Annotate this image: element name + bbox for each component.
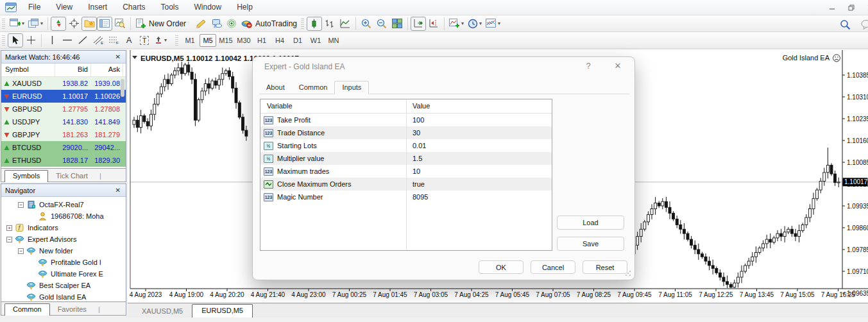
toolbar-grip[interactable] [2, 35, 5, 46]
reset-button[interactable]: Reset [583, 260, 627, 274]
navigator-toggle-button[interactable] [81, 17, 97, 31]
market-watch-scrollbar[interactable] [121, 79, 124, 97]
data-window-button[interactable] [66, 17, 81, 31]
toolbar-grip[interactable] [2, 19, 5, 29]
navigator-item-gold-island-ea[interactable]: Gold Island EA [1, 291, 126, 301]
menu-item-insert[interactable]: Insert [80, 0, 115, 15]
timeframe-button-h1[interactable]: H1 [253, 34, 270, 47]
navigator-item-19686708-moha[interactable]: 19686708: Moha [1, 210, 126, 222]
timeframe-button-m5[interactable]: M5 [200, 34, 216, 47]
strategy-tester-button[interactable] [112, 17, 128, 31]
market-watch-close-icon[interactable]: ✕ [114, 53, 122, 60]
timeframe-button-m1[interactable]: M1 [182, 34, 198, 47]
zoom-in-button[interactable] [359, 17, 374, 31]
market-watch-row-xauusd[interactable]: XAUUSD1938.821939.08 [1, 77, 126, 90]
menu-item-tools[interactable]: Tools [153, 0, 187, 15]
timeframe-button-mn[interactable]: MN [325, 34, 342, 47]
signals-button[interactable] [224, 17, 239, 31]
text-label-tool-button[interactable]: T [137, 33, 152, 47]
zoom-out-button[interactable] [374, 17, 389, 31]
channel-tool-button[interactable]: E [90, 33, 106, 47]
column-divider[interactable] [406, 99, 407, 250]
navigator-tab-common[interactable]: Common [4, 303, 50, 316]
horizontal-line-tool-button[interactable] [60, 33, 75, 47]
vertical-line-tool-button[interactable] [44, 33, 60, 47]
minimize-button[interactable] [824, 1, 840, 13]
ok-button[interactable]: OK [479, 260, 523, 274]
menu-item-view[interactable]: View [48, 0, 80, 15]
input-value-cell[interactable]: 0.01 [406, 142, 552, 149]
dialog-help-button[interactable]: ? [581, 61, 595, 71]
templates-button[interactable]: ▾ [484, 17, 502, 31]
dialog-tab-inputs[interactable]: Inputs [334, 81, 369, 94]
chart-tab-eurusd-m5[interactable]: EURUSD,M5 [192, 304, 253, 318]
chart-dropdown-icon[interactable] [132, 56, 137, 59]
input-value-cell[interactable]: true [406, 180, 552, 188]
dialog-title[interactable]: Expert - Gold Island EA [264, 62, 345, 71]
navigator-tab-favorites[interactable]: Favorites [50, 304, 94, 315]
collapse-icon[interactable]: − [6, 237, 12, 242]
collapse-icon[interactable]: − [18, 248, 24, 254]
toolbar-grip[interactable] [175, 35, 178, 46]
navigator-item-best-scalper-ea[interactable]: Best Scalper EA [1, 280, 126, 291]
navigator-item-indicators[interactable]: +fIndicators [1, 222, 126, 233]
arrows-tool-button[interactable]: ▾ [152, 33, 169, 47]
market-watch-tab-symbols[interactable]: Symbols [4, 170, 48, 182]
resize-grip[interactable] [625, 270, 631, 276]
timeframe-button-m15[interactable]: M15 [217, 34, 234, 47]
crosshair-tool-button[interactable] [23, 33, 38, 47]
dialog-close-button[interactable]: ✕ [609, 61, 626, 71]
menu-item-help[interactable]: Help [229, 0, 260, 15]
timeframe-button-m30[interactable]: M30 [235, 34, 252, 47]
save-button[interactable]: Save [557, 237, 624, 251]
timeframe-button-d1[interactable]: D1 [289, 34, 306, 47]
market-watch-row-btcusd[interactable]: BTCUSD29020...29042... [1, 141, 126, 154]
market-watch-row-gbpusd[interactable]: GBPUSD1.277951.27808 [1, 103, 126, 115]
input-value-cell[interactable]: 1.5 [406, 155, 552, 162]
text-tool-button[interactable]: A [121, 33, 137, 47]
market-watch-row-eurusd[interactable]: EURUSD1.100171.10026 [1, 90, 126, 103]
auto-scroll-button[interactable] [411, 17, 426, 31]
terminal-toggle-button[interactable] [97, 17, 112, 31]
new-order-button[interactable]: New Order [133, 17, 188, 31]
profiles-button[interactable]: ▾ [26, 17, 45, 31]
navigator-close-icon[interactable]: ✕ [114, 187, 122, 194]
input-value-cell[interactable]: 10 [406, 167, 552, 175]
input-value-cell[interactable]: 100 [406, 116, 552, 124]
trendline-tool-button[interactable] [75, 33, 90, 47]
virtual-hosting-button[interactable] [208, 17, 224, 31]
chat-button[interactable] [859, 17, 868, 31]
market-watch-titlebar[interactable]: Market Watch: 16:46:46 ✕ [1, 51, 126, 64]
restore-button[interactable] [844, 1, 859, 13]
bar-chart-button[interactable] [322, 17, 337, 31]
line-chart-button[interactable] [337, 17, 353, 31]
chart-tab-xauusd-m5[interactable]: XAUUSD,M5 [133, 305, 192, 318]
candlestick-chart-button[interactable] [307, 17, 322, 31]
navigator-titlebar[interactable]: Navigator ✕ [1, 184, 126, 197]
menu-item-window[interactable]: Window [187, 0, 230, 15]
menu-item-charts[interactable]: Charts [115, 0, 153, 15]
input-value-cell[interactable]: 8095 [406, 193, 552, 201]
metaeditor-button[interactable] [193, 17, 208, 31]
market-watch-row-gbpjpy[interactable]: GBPJPY181.263181.279 [1, 128, 126, 141]
input-value-cell[interactable]: 30 [406, 129, 552, 137]
navigator-item-new-folder[interactable]: −New folder [1, 245, 126, 257]
navigator-item-expert-advisors[interactable]: −Expert Advisors [1, 233, 126, 245]
expand-icon[interactable]: + [6, 225, 12, 231]
search-button[interactable] [837, 17, 853, 31]
market-watch-row-ethusd[interactable]: ETHUSD1828.171829.30 [1, 154, 126, 167]
dialog-tab-common[interactable]: Common [292, 81, 335, 94]
market-watch-toggle-button[interactable] [51, 17, 66, 31]
autotrading-button[interactable]: AutoTrading [239, 17, 299, 31]
dialog-tab-about[interactable]: About [259, 81, 292, 94]
navigator-item-octafx-real7[interactable]: −OctaFX-Real7 [1, 199, 126, 210]
indicators-list-button[interactable]: ▾ [447, 17, 466, 31]
close-button[interactable] [863, 1, 868, 13]
navigator-item-profitable-gold-i[interactable]: Profitable Gold I [1, 257, 126, 268]
chart-shift-button[interactable] [426, 17, 441, 31]
timeframe-button-h4[interactable]: H4 [271, 34, 288, 47]
load-button[interactable]: Load [557, 216, 624, 230]
fibonacci-tool-button[interactable]: F [106, 33, 121, 47]
market-watch-tab-tick-chart[interactable]: Tick Chart [48, 171, 96, 182]
periods-button[interactable]: ▾ [466, 17, 484, 31]
